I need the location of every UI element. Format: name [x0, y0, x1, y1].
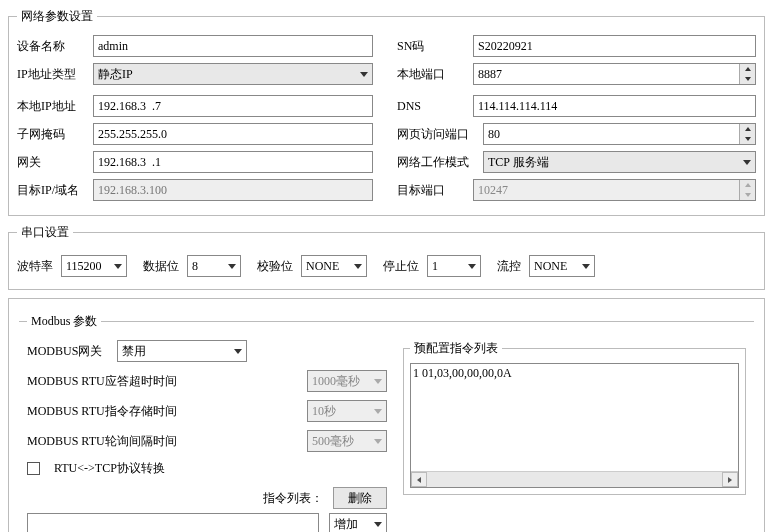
store-time-label: MODBUS RTU指令存储时间 [27, 403, 177, 420]
network-group: 网络参数设置 设备名称 SN码 IP地址类型 静态IP 本地端口 本地IP地址 … [8, 8, 765, 216]
delete-button[interactable]: 删除 [333, 487, 387, 509]
spinner-down-icon [740, 190, 755, 200]
scroll-right-icon[interactable] [722, 472, 738, 487]
poll-time-select: 500毫秒 [307, 430, 387, 452]
mask-label: 子网掩码 [17, 126, 87, 143]
device-name-input[interactable] [93, 35, 373, 57]
chevron-down-icon [354, 264, 362, 269]
web-port-spinner[interactable] [483, 123, 756, 145]
local-port-spinner[interactable] [473, 63, 756, 85]
gateway-input[interactable] [93, 151, 373, 173]
ip-type-label: IP地址类型 [17, 66, 87, 83]
preset-group: 预配置指令列表 1 01,03,00,00,00,0A [403, 340, 746, 495]
chevron-down-icon [582, 264, 590, 269]
local-port-label: 本地端口 [397, 66, 467, 83]
sn-label: SN码 [397, 38, 467, 55]
flow-label: 流控 [497, 258, 521, 275]
chevron-down-icon [374, 409, 382, 414]
modbus-gateway-label: MODBUS网关 [27, 343, 107, 360]
databits-label: 数据位 [143, 258, 179, 275]
parity-label: 校验位 [257, 258, 293, 275]
horizontal-scrollbar[interactable] [411, 471, 738, 487]
mode-select[interactable]: TCP 服务端 [483, 151, 756, 173]
sn-input[interactable] [473, 35, 756, 57]
baud-select[interactable]: 115200 [61, 255, 127, 277]
network-legend: 网络参数设置 [17, 8, 97, 25]
spinner-down-icon[interactable] [740, 134, 755, 144]
modbus-container: Modbus 参数 MODBUS网关 禁用 MODBUS RTU应答超时时间 1… [8, 298, 765, 532]
scroll-left-icon[interactable] [411, 472, 427, 487]
chevron-down-icon [468, 264, 476, 269]
databits-select[interactable]: 8 [187, 255, 241, 277]
chevron-down-icon [374, 522, 382, 527]
ip-type-select[interactable]: 静态IP [93, 63, 373, 85]
chevron-down-icon [234, 349, 242, 354]
preset-listbox[interactable]: 1 01,03,00,00,00,0A [410, 363, 739, 488]
target-ip-label: 目标IP/域名 [17, 182, 87, 199]
chevron-down-icon [228, 264, 236, 269]
dns-label: DNS [397, 99, 467, 114]
target-port-spinner [473, 179, 756, 201]
target-port-label: 目标端口 [397, 182, 467, 199]
gateway-label: 网关 [17, 154, 87, 171]
mask-input[interactable] [93, 123, 373, 145]
spinner-down-icon[interactable] [740, 74, 755, 84]
cmd-list-label: 指令列表： [263, 490, 323, 507]
chevron-down-icon [743, 160, 751, 165]
device-name-label: 设备名称 [17, 38, 87, 55]
spinner-up-icon[interactable] [740, 124, 755, 134]
chevron-down-icon [374, 379, 382, 384]
chevron-down-icon [374, 439, 382, 444]
web-port-label: 网页访问端口 [397, 126, 477, 143]
dns-input[interactable] [473, 95, 756, 117]
stopbits-label: 停止位 [383, 258, 419, 275]
cmd-input[interactable] [27, 513, 319, 532]
preset-legend: 预配置指令列表 [410, 340, 502, 357]
baud-label: 波特率 [17, 258, 53, 275]
resp-timeout-select: 1000毫秒 [307, 370, 387, 392]
chevron-down-icon [360, 72, 368, 77]
poll-time-label: MODBUS RTU轮询间隔时间 [27, 433, 177, 450]
resp-timeout-label: MODBUS RTU应答超时时间 [27, 373, 177, 390]
mode-label: 网络工作模式 [397, 154, 477, 171]
modbus-legend: Modbus 参数 [27, 313, 101, 330]
rtu-tcp-checkbox[interactable] [27, 462, 40, 475]
local-ip-label: 本地IP地址 [17, 98, 87, 115]
target-ip-input [93, 179, 373, 201]
flow-select[interactable]: NONE [529, 255, 595, 277]
rtu-tcp-label: RTU<->TCP协议转换 [54, 460, 165, 477]
spinner-up-icon [740, 180, 755, 190]
store-time-select: 10秒 [307, 400, 387, 422]
parity-select[interactable]: NONE [301, 255, 367, 277]
serial-legend: 串口设置 [17, 224, 73, 241]
modbus-group: Modbus 参数 MODBUS网关 禁用 MODBUS RTU应答超时时间 1… [19, 313, 754, 532]
add-select[interactable]: 增加 [329, 513, 387, 532]
serial-group: 串口设置 波特率 115200 数据位 8 校验位 NONE 停止位 [8, 224, 765, 290]
list-item[interactable]: 1 01,03,00,00,00,0A [413, 366, 736, 381]
modbus-gateway-select[interactable]: 禁用 [117, 340, 247, 362]
spinner-up-icon[interactable] [740, 64, 755, 74]
stopbits-select[interactable]: 1 [427, 255, 481, 277]
local-ip-input[interactable] [93, 95, 373, 117]
chevron-down-icon [114, 264, 122, 269]
